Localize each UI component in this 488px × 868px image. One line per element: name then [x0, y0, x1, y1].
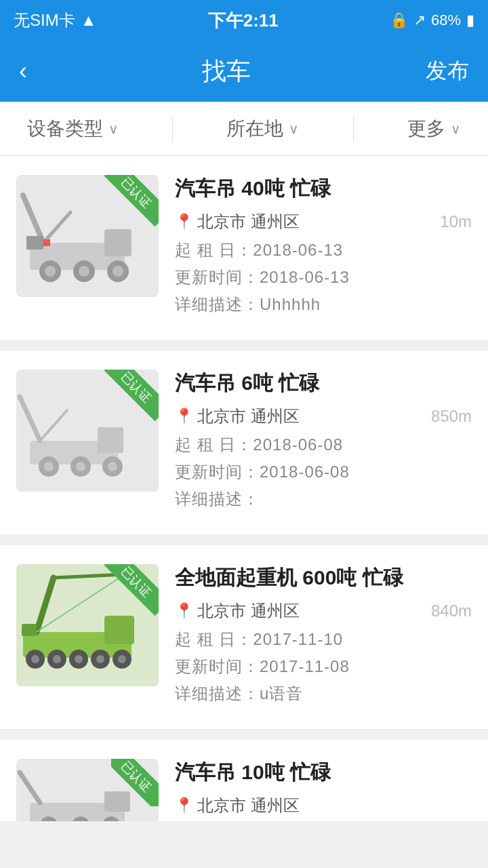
card-thumbnail: 已认证 [16, 370, 159, 492]
location-text: 北京市 通州区 [197, 211, 300, 233]
status-left: 无SIM卡 ▲ [14, 9, 96, 31]
list-item[interactable]: 已认证 全地面起重机 600吨 忙碌 📍 北京市 通州区 840m 起 租 日：… [0, 545, 488, 729]
card-distance: 10m [440, 212, 472, 231]
certified-badge: 已认证 [104, 564, 159, 618]
certified-badge: 已认证 [111, 759, 159, 806]
card-distance: 840m [431, 601, 472, 620]
certified-badge: 已认证 [104, 175, 159, 229]
page-title: 找车 [202, 55, 251, 88]
svg-point-23 [108, 462, 117, 471]
status-bar: 无SIM卡 ▲ 下午2:11 🔒 ↗ 68% ▮ [0, 0, 488, 41]
badge-text: 已认证 [104, 175, 159, 226]
update-time: 更新时间：2018-06-08 [175, 461, 472, 483]
svg-point-6 [45, 266, 56, 277]
card-location: 📍 北京市 通州区 [175, 600, 300, 622]
card-thumbnail: 已认证 [16, 175, 159, 297]
battery-icon: ▮ [466, 12, 474, 29]
card-details: 汽车吊 40吨 忙碌 📍 北京市 通州区 10m 起 租 日：2018-06-1… [175, 175, 472, 321]
back-button[interactable]: ‹ [19, 57, 27, 85]
publish-button[interactable]: 发布 [426, 56, 469, 86]
list-item[interactable]: 已认证 汽车吊 40吨 忙碌 📍 北京市 通州区 10m 起 租 日：2018-… [0, 156, 488, 340]
certified-badge: 已认证 [104, 370, 159, 424]
sim-status: 无SIM卡 [14, 9, 75, 31]
svg-point-35 [75, 655, 83, 663]
location-pin-icon: 📍 [175, 797, 193, 814]
card-details: 汽车吊 6吨 忙碌 📍 北京市 通州区 850m 起 租 日：2018-06-0… [175, 370, 472, 515]
status-right: 🔒 ↗ 68% ▮ [390, 12, 474, 29]
card-location-row: 📍 北京市 通州区 850m [175, 406, 472, 427]
wifi-icon: ▲ [81, 11, 97, 30]
status-time: 下午2:11 [208, 9, 279, 33]
badge-text: 已认证 [104, 370, 159, 421]
filter-divider-1 [172, 115, 173, 142]
filter-divider-2 [353, 115, 354, 142]
svg-rect-15 [98, 427, 123, 453]
card-location: 📍 北京市 通州区 [175, 406, 300, 427]
svg-point-10 [113, 266, 123, 277]
rent-date: 起 租 日：2018-06-13 [175, 239, 472, 261]
card-details: 全地面起重机 600吨 忙碌 📍 北京市 通州区 840m 起 租 日：2017… [175, 564, 472, 710]
rent-date: 起 租 日：2018-06-08 [175, 434, 472, 456]
location-icon: ↗ [413, 12, 426, 29]
nav-bar: ‹ 找车 发布 [0, 41, 488, 102]
card-thumbnail: 已认证 [16, 759, 159, 821]
battery-text: 68% [431, 12, 461, 29]
svg-point-31 [31, 655, 39, 663]
location-text: 北京市 通州区 [197, 600, 300, 622]
filter-bar: 设备类型 ∨ 所在地 ∨ 更多 ∨ [0, 102, 488, 156]
badge-text: 已认证 [111, 759, 159, 806]
location-pin-icon: 📍 [175, 408, 193, 425]
location-text: 北京市 通州区 [197, 406, 300, 427]
card-title: 汽车吊 10吨 忙碌 [175, 759, 472, 787]
card-distance: 850m [431, 407, 472, 426]
location-pin-icon: 📍 [175, 602, 193, 620]
svg-rect-26 [104, 616, 134, 644]
card-location-row: 📍 北京市 通州区 [175, 795, 472, 816]
card-location-row: 📍 北京市 通州区 10m [175, 211, 472, 233]
filter-location[interactable]: 所在地 ∨ [226, 116, 299, 142]
card-location: 📍 北京市 通州区 [175, 211, 300, 233]
svg-point-19 [44, 462, 54, 471]
card-title: 全地面起重机 600吨 忙碌 [175, 564, 472, 592]
filter-more[interactable]: 更多 ∨ [407, 116, 461, 142]
description: 详细描述：u语音 [175, 683, 472, 705]
description: 详细描述：Uhhhhh [175, 294, 472, 315]
card-title: 汽车吊 6吨 忙碌 [175, 370, 472, 397]
location-text: 北京市 通州区 [197, 795, 300, 816]
content-list: 已认证 汽车吊 40吨 忙碌 📍 北京市 通州区 10m 起 租 日：2018-… [0, 156, 488, 821]
chevron-down-icon: ∨ [108, 121, 119, 137]
card-location: 📍 北京市 通州区 [175, 795, 300, 816]
rent-date: 起 租 日：2017-11-10 [175, 629, 472, 650]
list-item[interactable]: 已认证 汽车吊 10吨 忙碌 📍 北京市 通州区 [0, 740, 488, 821]
svg-point-33 [53, 655, 61, 663]
svg-rect-2 [104, 229, 131, 256]
description: 详细描述： [175, 488, 472, 510]
filter-more-label: 更多 [407, 116, 445, 142]
location-pin-icon: 📍 [175, 213, 193, 231]
list-item[interactable]: 已认证 汽车吊 6吨 忙碌 📍 北京市 通州区 850m 起 租 日：2018-… [0, 351, 488, 534]
svg-rect-40 [22, 624, 37, 636]
filter-equipment-type[interactable]: 设备类型 ∨ [27, 116, 119, 142]
chevron-down-icon-3: ∨ [451, 121, 461, 137]
svg-point-8 [79, 266, 89, 277]
update-time: 更新时间：2017-11-08 [175, 656, 472, 677]
card-title: 汽车吊 40吨 忙碌 [175, 175, 472, 203]
badge-text: 已认证 [104, 564, 159, 616]
update-time: 更新时间：2018-06-13 [175, 267, 472, 288]
filter-location-label: 所在地 [226, 116, 283, 142]
lock-icon: 🔒 [390, 12, 408, 29]
svg-rect-12 [26, 236, 43, 250]
card-details: 汽车吊 10吨 忙碌 📍 北京市 通州区 [175, 759, 472, 821]
card-location-row: 📍 北京市 通州区 840m [175, 600, 472, 622]
svg-point-37 [96, 655, 104, 663]
svg-point-39 [118, 655, 126, 663]
filter-equipment-label: 设备类型 [27, 116, 103, 142]
card-thumbnail: 已认证 [16, 564, 159, 686]
chevron-down-icon-2: ∨ [289, 121, 299, 137]
svg-point-21 [76, 462, 85, 471]
